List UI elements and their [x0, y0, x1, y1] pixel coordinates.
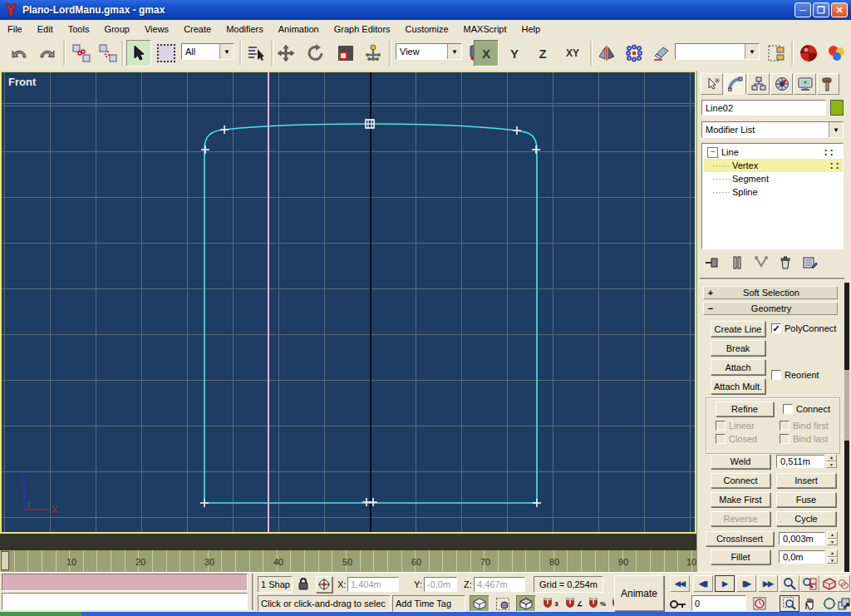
- restrict-to-y-button[interactable]: Y: [502, 40, 527, 67]
- animate-button[interactable]: Animate: [614, 575, 664, 611]
- zoom-extents-all-icon[interactable]: [838, 575, 850, 592]
- spline-shape[interactable]: X Z y: [2, 72, 695, 532]
- tab-display-icon[interactable]: [794, 73, 816, 95]
- previous-frame-button[interactable]: ◀▮: [693, 575, 713, 592]
- zoom-icon[interactable]: [780, 575, 799, 592]
- pin-stack-icon[interactable]: [705, 256, 720, 269]
- tab-create-icon[interactable]: [701, 73, 723, 95]
- selection-filter-dropdown[interactable]: All ▼: [181, 43, 234, 60]
- reorient-checkbox[interactable]: Reorient: [771, 370, 819, 380]
- insert-button[interactable]: Insert: [776, 473, 836, 488]
- align-icon[interactable]: [650, 40, 671, 67]
- create-line-button[interactable]: Create Line: [711, 321, 765, 337]
- dropdown-arrow-icon[interactable]: ▼: [219, 44, 234, 59]
- go-to-end-button[interactable]: ▶▶: [758, 575, 778, 592]
- front-viewport[interactable]: Front: [0, 71, 696, 534]
- unlink-selection-icon[interactable]: [96, 40, 120, 67]
- menu-maxscript[interactable]: MAXScript: [456, 22, 514, 36]
- stack-item-segment[interactable]: ······ Segment: [704, 172, 837, 185]
- undo-icon[interactable]: [8, 40, 32, 67]
- titlebar[interactable]: Plano-LordManu.gmax - gmax ─ ❐ ✕: [0, 0, 851, 20]
- render-icon[interactable]: [824, 40, 849, 67]
- maxscript-mini-listener-pink[interactable]: [2, 574, 248, 591]
- add-time-tag[interactable]: Add Time Tag: [392, 595, 465, 612]
- snap-cube-icon[interactable]: [516, 595, 536, 612]
- select-and-manipulate-icon[interactable]: [362, 40, 384, 67]
- select-by-name-icon[interactable]: [244, 40, 268, 67]
- menu-animation[interactable]: Animation: [271, 22, 327, 36]
- panel-scrollbar-thumb[interactable]: [844, 370, 849, 441]
- zoom-all-icon[interactable]: [799, 575, 819, 592]
- crossinsert-button[interactable]: CrossInsert: [706, 531, 774, 546]
- weld-spinner[interactable]: ▲▼: [826, 454, 837, 468]
- reference-coordinate-system-dropdown[interactable]: View ▼: [396, 43, 462, 60]
- selection-lock-icon[interactable]: [298, 577, 309, 591]
- time-ruler[interactable]: 10 20 30 40 50 60 70 80 90 100: [0, 550, 696, 572]
- configure-modifier-sets-icon[interactable]: [803, 256, 818, 269]
- object-name-field[interactable]: Line02: [701, 100, 826, 116]
- pan-hand-icon[interactable]: [799, 595, 819, 612]
- tab-utilities-icon[interactable]: [817, 73, 839, 95]
- restrict-to-xy-plane-button[interactable]: XY: [558, 40, 587, 67]
- absolute-mode-transform-icon[interactable]: [316, 576, 332, 593]
- region-zoom-icon[interactable]: [780, 595, 799, 612]
- dropdown-arrow-icon[interactable]: ▼: [745, 44, 759, 59]
- go-to-start-button[interactable]: ◀◀: [670, 575, 690, 592]
- panel-scrollbar[interactable]: [844, 283, 849, 572]
- rollout-geometry[interactable]: − Geometry: [703, 302, 838, 315]
- degradation-override-icon[interactable]: [470, 595, 489, 612]
- show-end-result-icon[interactable]: [731, 256, 743, 269]
- time-slider-handle[interactable]: [1, 551, 9, 570]
- array-icon[interactable]: [622, 40, 647, 67]
- x-coordinate-field[interactable]: 1,404m: [347, 577, 399, 592]
- crossinsert-threshold-field[interactable]: 0,003m: [779, 532, 825, 545]
- current-frame-field[interactable]: 0: [691, 595, 746, 611]
- crossinsert-spinner[interactable]: ▲▼: [827, 531, 838, 545]
- menu-views[interactable]: Views: [137, 22, 176, 36]
- object-color-swatch[interactable]: [830, 100, 844, 116]
- polyconnect-checkbox[interactable]: ✓ PolyConnect: [771, 323, 836, 333]
- tab-modify-icon[interactable]: [724, 73, 746, 95]
- select-and-rotate-icon[interactable]: [304, 40, 327, 67]
- select-object-icon[interactable]: [126, 40, 151, 67]
- menu-create[interactable]: Create: [176, 22, 219, 36]
- dropdown-arrow-icon[interactable]: ▼: [447, 44, 461, 59]
- minimize-button[interactable]: ─: [794, 2, 811, 17]
- menu-tools[interactable]: Tools: [61, 22, 97, 36]
- dropdown-arrow-icon[interactable]: ▼: [829, 122, 843, 137]
- set-key-icon[interactable]: [670, 597, 688, 612]
- percent-snap-icon[interactable]: %: [587, 595, 607, 612]
- restrict-to-x-button[interactable]: X: [474, 40, 499, 67]
- select-and-move-icon[interactable]: [274, 40, 298, 67]
- restore-button[interactable]: ❐: [813, 2, 829, 17]
- track-view-icon[interactable]: [765, 40, 788, 67]
- mirror-icon[interactable]: [595, 40, 618, 67]
- cycle-button[interactable]: Cycle: [776, 511, 836, 526]
- menu-customize[interactable]: Customize: [398, 22, 456, 36]
- menu-help[interactable]: Help: [514, 22, 548, 36]
- play-button[interactable]: ▶: [715, 575, 735, 592]
- fillet-button[interactable]: Fillet: [711, 549, 770, 564]
- arc-rotate-icon[interactable]: [819, 595, 839, 612]
- make-first-button[interactable]: Make First: [711, 492, 770, 507]
- stack-item-spline[interactable]: ······ Spline: [704, 185, 837, 199]
- material-editor-icon[interactable]: [796, 40, 821, 67]
- min-max-toggle-icon[interactable]: [838, 595, 850, 612]
- snap-toggle-3d-icon[interactable]: 3: [540, 595, 560, 612]
- select-and-link-icon[interactable]: [70, 40, 93, 67]
- angle-snap-icon[interactable]: ∠: [563, 595, 583, 612]
- menu-file[interactable]: File: [0, 22, 30, 36]
- remove-modifier-icon[interactable]: [780, 256, 791, 269]
- rectangular-selection-region-icon[interactable]: [155, 40, 178, 67]
- collapse-box-icon[interactable]: −: [707, 147, 718, 158]
- menu-group[interactable]: Group: [96, 22, 137, 36]
- restrict-to-z-button[interactable]: Z: [530, 40, 555, 67]
- selection-region-sphere-icon[interactable]: [493, 595, 513, 612]
- attach-mult-button[interactable]: Attach Mult.: [711, 378, 765, 394]
- fuse-button[interactable]: Fuse: [776, 492, 836, 507]
- stack-item-vertex[interactable]: ······ Vertex • •• •: [704, 159, 843, 172]
- start-button-edge[interactable]: [0, 612, 81, 616]
- next-frame-button[interactable]: ▮▶: [736, 575, 756, 592]
- fillet-spinner[interactable]: ▲▼: [827, 549, 838, 564]
- z-coordinate-field[interactable]: 4,467m: [474, 577, 525, 592]
